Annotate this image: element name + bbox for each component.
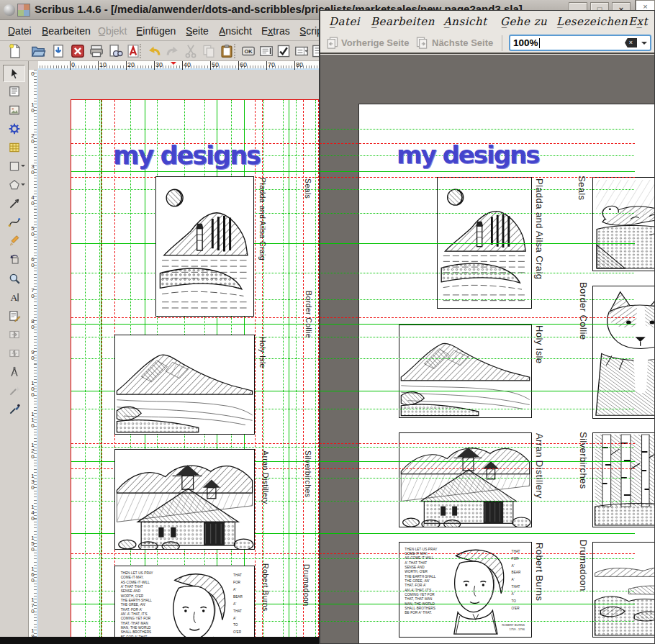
desktop: OK A Scribus 1.4.6 - [/media/anwender/do… [0, 0, 655, 644]
insert-line-tool[interactable] [3, 196, 25, 213]
viewer-menu-lesezeichen[interactable]: L̲esezeichen [556, 15, 628, 28]
ruler-number: 60 [29, 256, 35, 268]
menu-extras[interactable]: Ex̲tras [259, 24, 292, 38]
pdf-label-drumadoon: Drumadoon [578, 540, 589, 591]
viewer-menu-gehe-zu[interactable]: G̲ehe zu [500, 15, 547, 28]
logo-text-frame[interactable]: my designs [113, 141, 260, 170]
menu-objekt[interactable]: O̲bjekt [96, 24, 129, 38]
close-button[interactable] [68, 42, 87, 60]
menu-ansicht[interactable]: A̲nsicht [217, 24, 254, 38]
pladda-artwork [156, 177, 253, 316]
ruler-number: 20 [29, 132, 35, 144]
edit-text-story-editor-tool[interactable] [3, 308, 25, 325]
ruler-number: 80 [296, 61, 303, 68]
preflight-verifier-button[interactable] [106, 42, 125, 60]
vertical-ruler[interactable]: 0102030405060708090100110120130140150160… [29, 70, 38, 637]
ruler-number: 130 [29, 473, 35, 490]
insert-image-frame-tool[interactable] [3, 102, 25, 119]
menu-einfuegen[interactable]: E̲infügen [134, 24, 178, 38]
undo-button[interactable] [145, 42, 163, 60]
pdf-image-drumadoon [592, 542, 654, 638]
zoom-tool[interactable] [3, 271, 25, 288]
insert-shape-tool[interactable] [3, 158, 25, 176]
new-document-icon [7, 43, 23, 59]
label-border-collie[interactable]: Border Collie [304, 291, 313, 338]
pdf-label-robert-burns: Robert Burns [534, 543, 545, 601]
chevron-down-icon[interactable] [641, 42, 647, 47]
next-page-button[interactable]: Nächste Seite [415, 35, 493, 52]
select-item-tool[interactable] [3, 65, 25, 82]
border-collie-artwork [593, 286, 654, 418]
menu-datei[interactable]: D̲atei [6, 24, 34, 38]
copy-button[interactable] [199, 42, 218, 60]
ruler-number: 70 [29, 287, 35, 299]
image-frame-pladda[interactable] [155, 176, 254, 317]
pdf-text-field-button[interactable] [257, 42, 276, 60]
guide-line [71, 447, 635, 448]
pdf-text-field-icon [258, 43, 274, 59]
viewer-menu-bearbeiten[interactable]: B̲earbeiten [371, 15, 435, 28]
new-document-button[interactable] [6, 42, 24, 60]
unlink-text-frames-tool[interactable] [3, 345, 25, 363]
insert-freehand-line-tool[interactable] [3, 233, 25, 250]
label-pladda[interactable]: Pladda and Ailsa Craig [258, 178, 267, 260]
label-seals[interactable]: Seals [304, 178, 312, 199]
zoom-combobox[interactable]: 100% × [509, 35, 651, 51]
insert-render-frame-tool[interactable] [3, 121, 25, 138]
label-drumadoon[interactable]: Drumadoon [302, 564, 311, 606]
viewer-menu-ansicht[interactable]: A̲nsicht [443, 15, 487, 28]
copy-item-properties-tool[interactable] [3, 383, 25, 400]
pdf-combo-box-button[interactable] [292, 42, 311, 60]
burns-poem-text: THEN·LET·US·PRAY COME·IT·MAY, AS·COME·IT… [405, 548, 468, 616]
toolbar-separator [502, 35, 502, 51]
label-silverbirches[interactable]: Silverbirches [304, 450, 312, 497]
previous-page-icon [325, 35, 339, 50]
zoom-value[interactable]: 100% [513, 37, 538, 48]
paste-icon [219, 43, 235, 59]
pdf-push-button-button[interactable] [239, 42, 258, 60]
previous-page-button[interactable]: Vorherige Seite [325, 35, 409, 52]
insert-text-frame-tool[interactable] [3, 83, 25, 101]
pdf-push-button-icon [240, 43, 256, 59]
unlink-text-frames-icon [8, 347, 21, 360]
save-button[interactable] [49, 42, 68, 60]
print-button[interactable] [87, 42, 106, 60]
insert-polygon-tool[interactable] [3, 177, 25, 194]
ruler-position-marker [171, 62, 176, 68]
edit-contents-tool[interactable] [3, 289, 25, 307]
label-arran-distillery[interactable]: Arran Distillery [261, 450, 270, 504]
zoom-icon [8, 272, 21, 285]
rotate-item-tool[interactable] [3, 252, 25, 269]
select-item-icon [8, 67, 21, 80]
label-robert-burns[interactable]: Robert Burns [261, 563, 270, 612]
viewer-menu-datei[interactable]: D̲atei [329, 15, 360, 28]
menu-bearbeiten[interactable]: B̲earbeiten [40, 24, 93, 38]
image-frame-holy-isle[interactable] [114, 335, 255, 435]
open-button[interactable] [29, 42, 48, 60]
measurements-tool[interactable] [3, 364, 25, 381]
redo-button[interactable] [163, 42, 182, 60]
insert-bezier-curve-tool[interactable] [3, 214, 25, 232]
link-text-frames-tool[interactable] [3, 327, 25, 344]
cut-button[interactable] [181, 42, 200, 60]
guide-line [71, 443, 635, 444]
guide-line [315, 100, 316, 637]
pdf-image-holy-isle [399, 325, 532, 418]
viewer-menu-extras[interactable]: Ex̲t [628, 15, 648, 28]
ruler-number: 60 [240, 61, 247, 68]
ruler-number: 50 [29, 225, 35, 237]
insert-table-tool[interactable] [3, 140, 25, 157]
guide-line [289, 100, 289, 637]
menu-seite[interactable]: S̲eite [184, 24, 211, 38]
window-icon [4, 4, 15, 16]
label-holy-isle[interactable]: Holy Isle [258, 337, 267, 368]
image-frame-robert-burns[interactable]: THEN·LET·US·PRAY COME·IT·MAY, AS·COME·IT… [114, 566, 255, 637]
ruler-number: 110 [29, 411, 35, 428]
burns-poem-text: THEN·LET·US·PRAY COME·IT·MAY, AS·COME·IT… [121, 571, 188, 637]
holy-isle-artwork [399, 325, 531, 417]
pdf-check-box-button[interactable] [274, 42, 293, 60]
eye-dropper-tool[interactable] [3, 402, 25, 419]
ruler-number: 40 [29, 194, 35, 206]
image-frame-arran-distillery[interactable] [114, 449, 255, 550]
clear-icon[interactable]: × [625, 38, 637, 47]
